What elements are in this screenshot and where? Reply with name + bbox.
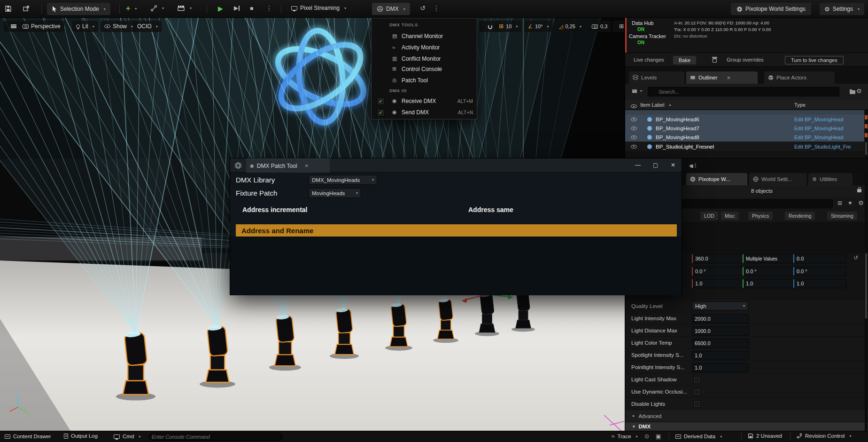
table-row-movinghead8[interactable]: BP_MovingHead8 Edit BP_MovingHead: [625, 133, 864, 142]
outliner-search-input[interactable]: [648, 87, 839, 96]
filter-tab-physics[interactable]: Physics: [748, 212, 773, 220]
settings-button[interactable]: ⚙ Settings ▾: [820, 3, 864, 15]
menu-item-control-console[interactable]: ⊞Control Console: [372, 63, 478, 74]
revision-control-button[interactable]: Revision Control ▾: [797, 433, 851, 439]
scale-x-field[interactable]: 1.0: [692, 279, 745, 288]
send-dmx-checkbox[interactable]: ✓: [377, 109, 384, 116]
scale-z-field[interactable]: 1.0: [793, 279, 846, 288]
eye-icon[interactable]: [631, 118, 637, 121]
stop-button[interactable]: ■: [250, 6, 253, 11]
console-panel-icon[interactable]: ▣: [656, 434, 661, 439]
toolbar-kebab-icon[interactable]: ⋮: [433, 5, 440, 11]
patch-window-titlebar[interactable]: ◉ DMX Patch Tool ✕ — ▢ ✕: [230, 158, 682, 173]
grid-snap-button[interactable]: ⊞10▾: [495, 21, 521, 32]
play-options-kebab-icon[interactable]: ⋮: [266, 5, 272, 11]
menu-item-conflict-monitor[interactable]: ▥Conflict Monitor: [372, 53, 478, 64]
angle-x-field[interactable]: 0.0 °: [692, 267, 745, 276]
light-distance-max-field[interactable]: 1000.0: [692, 326, 749, 336]
ocio-button[interactable]: OCIO▾: [133, 21, 162, 32]
cinematics-button[interactable]: ▾: [178, 5, 192, 11]
angle-z-field[interactable]: 0.0 °: [793, 267, 846, 276]
row-type-link[interactable]: Edit BP_StudioLight_Fre: [794, 144, 851, 150]
spotlight-intensity-field[interactable]: 1.0: [692, 351, 749, 360]
camera-speed-button[interactable]: 0,3: [588, 21, 611, 32]
pixel-streaming-button[interactable]: Pixel Streaming ▾: [291, 5, 346, 11]
close-window-icon[interactable]: ✕: [671, 162, 675, 168]
light-color-temp-field[interactable]: 6500.0: [692, 339, 749, 348]
dmx-library-dropdown[interactable]: DMX_MovingHeads▾: [309, 175, 377, 185]
address-same-button[interactable]: Address same: [468, 206, 513, 213]
rotation-snap-button[interactable]: ∠10°▾: [524, 21, 553, 32]
patch-list-area[interactable]: [230, 237, 682, 295]
row-type-link[interactable]: Edit BP_MovingHead: [794, 126, 844, 131]
menu-item-receive-dmx[interactable]: ✓ ◉ Receive DMX ALT+M: [372, 95, 478, 106]
menu-item-activity-monitor[interactable]: ≈Activity Monitor: [372, 42, 478, 53]
fixture-patch-dropdown[interactable]: MovingHeads▾: [309, 188, 361, 198]
dynamic-occlusion-checkbox[interactable]: [693, 388, 700, 395]
light-cast-shadow-checkbox[interactable]: [693, 376, 700, 383]
insights-icon[interactable]: ⊙: [644, 434, 649, 439]
play-button[interactable]: ▶: [218, 5, 223, 12]
row-type-link[interactable]: Edit BP_MovingHead: [794, 117, 844, 122]
trace-button[interactable]: ≈Trace▾: [612, 434, 638, 439]
content-drawer-button[interactable]: Content Drawer: [5, 434, 51, 439]
advanced-expander[interactable]: ▸ Advanced: [625, 410, 868, 422]
save-all-icon[interactable]: [5, 5, 12, 12]
favorites-icon[interactable]: ★: [848, 200, 852, 205]
rotation-z-field[interactable]: 0.0: [793, 254, 846, 263]
table-row-partial[interactable]: [625, 110, 864, 115]
open-asset-icon[interactable]: [23, 5, 30, 12]
eye-icon[interactable]: [631, 126, 637, 130]
history-icon[interactable]: ↺: [420, 5, 426, 11]
rotation-y-field[interactable]: Multiple Values: [743, 254, 796, 263]
close-tab-icon[interactable]: ✕: [727, 75, 730, 80]
add-actor-button[interactable]: +▾: [126, 4, 137, 13]
pixotope-world-settings-button[interactable]: Pixotope World Settings: [731, 3, 811, 15]
receive-dmx-checkbox[interactable]: ✓: [377, 98, 384, 105]
details-settings-icon[interactable]: ⚙: [858, 200, 864, 206]
pointlight-intensity-field[interactable]: 1.0: [692, 363, 749, 372]
frame-skip-button[interactable]: ▶: [234, 5, 240, 11]
blueprints-button[interactable]: ▾: [150, 5, 164, 12]
address-incremental-button[interactable]: Address incremental: [242, 206, 308, 213]
console-command-input[interactable]: [148, 433, 283, 441]
outliner-filter-button[interactable]: ▾: [632, 89, 642, 93]
angle-y-field[interactable]: 0.0 °: [743, 267, 796, 276]
reset-to-default-icon[interactable]: ↺: [853, 255, 858, 260]
table-row-movinghead7[interactable]: BP_MovingHead7 Edit BP_MovingHead: [625, 124, 864, 133]
item-label-column[interactable]: Item Label: [640, 102, 664, 108]
table-row-partial[interactable]: [625, 151, 864, 158]
filter-tab-streaming[interactable]: Streaming: [827, 212, 857, 220]
tab-world-settings[interactable]: World Setti...: [749, 173, 806, 185]
table-row-movinghead6[interactable]: BP_MovingHead6 Edit BP_MovingHead: [625, 115, 864, 124]
folder-icon[interactable]: [850, 90, 855, 94]
outliner-scrollbar[interactable]: [865, 110, 868, 158]
maximize-window-icon[interactable]: ▢: [653, 162, 658, 168]
scale-y-field[interactable]: 1.0: [743, 279, 796, 288]
close-tab-icon[interactable]: ✕: [305, 163, 309, 168]
trash-icon[interactable]: [713, 58, 717, 63]
type-column[interactable]: Type: [794, 102, 806, 108]
minimize-window-icon[interactable]: —: [635, 162, 641, 168]
lock-icon[interactable]: [857, 189, 861, 192]
details-scrollbar[interactable]: [865, 173, 868, 431]
filter-tab-rendering[interactable]: Rendering: [785, 212, 815, 220]
display-mode-icon[interactable]: ⊞: [837, 200, 842, 206]
light-intensity-max-field[interactable]: 2000.0: [692, 314, 749, 324]
scale-snap-button[interactable]: ◿0,25▾: [555, 21, 585, 32]
show-flags-button[interactable]: Show▾: [101, 21, 137, 32]
quality-level-dropdown[interactable]: High▾: [692, 301, 748, 310]
perspective-button[interactable]: Perspective: [19, 21, 64, 32]
disable-lights-checkbox[interactable]: [693, 401, 700, 408]
tab-pixotope-world[interactable]: Pixotope W...: [686, 173, 747, 185]
filter-tab-lod[interactable]: LOD: [700, 212, 718, 220]
menu-item-patch-tool[interactable]: ◎Patch Tool: [372, 75, 478, 86]
output-log-button[interactable]: Output Log: [64, 433, 98, 439]
selection-mode-button[interactable]: Selection Mode ▾: [47, 3, 110, 15]
notification-speaker-icon[interactable]: [691, 165, 693, 168]
visibility-column-icon[interactable]: [631, 104, 637, 108]
menu-item-channel-monitor[interactable]: ▤Channel Monitor: [372, 31, 478, 41]
tab-place-actors[interactable]: Place Actors: [764, 71, 835, 84]
patch-window-tab[interactable]: ◉ DMX Patch Tool ✕: [246, 158, 330, 173]
turn-to-live-changes-button[interactable]: Turn to live changes: [785, 56, 844, 64]
